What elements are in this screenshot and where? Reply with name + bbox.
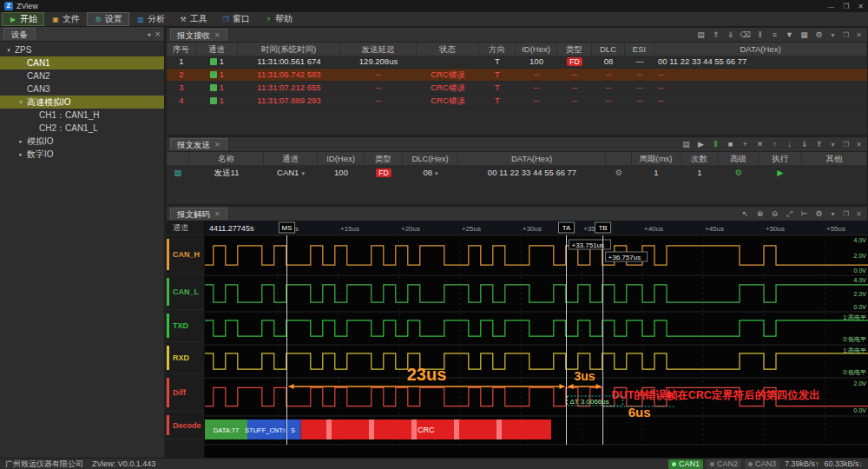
close-button[interactable]: ✕ bbox=[858, 3, 864, 10]
tree-item-CAN1[interactable]: CAN1 bbox=[0, 56, 164, 69]
status-CAN2[interactable]: CAN2 bbox=[707, 459, 741, 469]
menu-analysis[interactable]: ▥分析 bbox=[130, 13, 171, 25]
import-icon[interactable]: ⇓ bbox=[725, 30, 736, 40]
move-up-icon[interactable]: ↑ bbox=[769, 139, 780, 149]
menu-play[interactable]: ▶开始 bbox=[3, 13, 43, 25]
tab-close-icon[interactable]: ✕ bbox=[214, 30, 220, 41]
add-icon[interactable]: + bbox=[740, 139, 751, 149]
col-时间(系统时间)[interactable]: 时间(系统时间) bbox=[238, 43, 340, 56]
panel-close-icon[interactable]: ✕ bbox=[854, 31, 864, 39]
columns-icon[interactable]: ▦ bbox=[799, 30, 810, 40]
channel-label-Diff[interactable]: Diff bbox=[167, 374, 204, 412]
tab-decode[interactable]: 报文解码 ✕ bbox=[170, 208, 227, 220]
tree-item-模拟IO[interactable]: ▸模拟IO bbox=[0, 135, 164, 148]
channel-select[interactable]: CAN1▾ bbox=[264, 165, 318, 180]
play-all-icon[interactable]: ▶ bbox=[695, 139, 707, 149]
tree-item-CH2：CAN1_L[interactable]: CH2：CAN1_L bbox=[0, 122, 164, 135]
col-方向[interactable]: 方向 bbox=[479, 43, 516, 56]
advanced-gear-icon[interactable]: ⚙ bbox=[719, 165, 759, 180]
col-发送延迟[interactable]: 发送延迟 bbox=[340, 43, 417, 56]
channel-label-TXD[interactable]: TXD bbox=[167, 310, 204, 342]
col-类型[interactable]: 类型 bbox=[365, 152, 403, 165]
list-icon[interactable]: ▤ bbox=[681, 139, 692, 149]
expander-icon[interactable]: ▸ bbox=[17, 148, 24, 161]
panel-float-icon[interactable]: ❐ bbox=[841, 141, 851, 149]
pin-icon[interactable]: ◂ bbox=[147, 30, 150, 38]
channel-label-CAN_H[interactable]: CAN_H bbox=[167, 235, 204, 274]
zoom-in-icon[interactable]: ⊕ bbox=[754, 208, 766, 219]
receive-row-1[interactable]: 1111:31:00.561 674129.208usT100FD08—00 1… bbox=[167, 56, 867, 69]
menu-file[interactable]: ▣文件 bbox=[45, 13, 86, 25]
col-DATA(Hex)[interactable]: DATA(Hex) bbox=[458, 152, 606, 165]
fit-icon[interactable]: ⤢ bbox=[784, 208, 795, 219]
tree-item-CH1：CAN1_H[interactable]: CH1：CAN1_H bbox=[0, 109, 164, 122]
run-play-icon[interactable]: ▶ bbox=[759, 165, 802, 180]
col-ID(Hex)[interactable]: ID(Hex) bbox=[318, 152, 365, 165]
move-down-icon[interactable]: ↓ bbox=[784, 139, 795, 149]
col-DATA(Hex)[interactable]: DATA(Hex) bbox=[654, 43, 867, 56]
receive-row-3[interactable]: 3111:31:07.212 655--CRC错误T---------- bbox=[167, 82, 867, 95]
message-icon[interactable]: ▤ bbox=[167, 165, 189, 180]
measure-icon[interactable]: ⊢ bbox=[799, 208, 810, 219]
remove-icon[interactable]: ✕ bbox=[754, 139, 766, 149]
col-周期(ms)[interactable]: 周期(ms) bbox=[632, 152, 681, 165]
expander-icon[interactable]: ▾ bbox=[5, 43, 12, 56]
export-icon[interactable]: ⇑ bbox=[813, 139, 825, 149]
minimize-button[interactable]: — bbox=[827, 3, 834, 10]
settings-icon[interactable]: ⚙ bbox=[813, 208, 825, 219]
col-执行[interactable]: 执行 bbox=[759, 152, 802, 165]
waveform-plot[interactable]: +10us+15us+20us+25us+30us+35us+40us+45us… bbox=[205, 221, 868, 459]
tree-item-高速模拟IO[interactable]: ▾高速模拟IO bbox=[0, 96, 164, 109]
scroll-lock-icon[interactable]: ≡ bbox=[769, 30, 780, 40]
export-icon[interactable]: ⇑ bbox=[710, 30, 721, 40]
clear-icon[interactable]: ⌫ bbox=[740, 30, 751, 40]
stop-all-icon[interactable]: ■ bbox=[725, 139, 736, 149]
col-通道[interactable]: 通道 bbox=[196, 43, 238, 56]
col-状态[interactable]: 状态 bbox=[417, 43, 479, 56]
channel-label-RXD[interactable]: RXD bbox=[167, 342, 204, 374]
status-CAN1[interactable]: CAN1 bbox=[668, 459, 703, 469]
panel-close-icon[interactable]: ✕ bbox=[854, 141, 864, 149]
col-ESI[interactable]: ESI bbox=[625, 43, 654, 56]
col-其他[interactable]: 其他 bbox=[802, 152, 867, 165]
col-ID(Hex)[interactable]: ID(Hex) bbox=[516, 43, 557, 56]
close-icon[interactable]: ✕ bbox=[155, 30, 161, 38]
maximize-button[interactable]: ❐ bbox=[843, 3, 849, 10]
settings-icon[interactable]: ⚙ bbox=[813, 30, 825, 40]
import-icon[interactable]: ⇓ bbox=[799, 139, 810, 149]
tree-item-ZPS[interactable]: ▾ZPS bbox=[0, 43, 164, 56]
filter-icon[interactable]: ▼ bbox=[784, 30, 795, 40]
menu-settings[interactable]: ⚙设置 bbox=[88, 13, 128, 25]
col-类型[interactable]: 类型 bbox=[557, 43, 592, 56]
receive-row-4[interactable]: 4111:31:07.889 293--CRC错误T---------- bbox=[167, 95, 867, 108]
panel-menu-icon[interactable]: ▾ bbox=[828, 141, 838, 149]
menu-tools[interactable]: ⚒工具 bbox=[173, 13, 214, 25]
col-通道[interactable]: 通道 bbox=[264, 152, 318, 165]
menu-window[interactable]: ❐窗口 bbox=[215, 13, 256, 25]
col-DLC(Hex)[interactable]: DLC(Hex) bbox=[403, 152, 458, 165]
config-icon[interactable]: ⚙ bbox=[606, 165, 632, 180]
receive-row-2[interactable]: 2111:31:06.742 583--CRC错误T---------- bbox=[167, 69, 867, 82]
col-序号[interactable]: 序号 bbox=[167, 43, 196, 56]
col-次数[interactable]: 次数 bbox=[681, 152, 719, 165]
tab-send[interactable]: 报文发送 ✕ bbox=[170, 138, 227, 150]
channel-label-Decode[interactable]: Decode bbox=[167, 412, 204, 439]
send-row[interactable]: ▤发送11CAN1▾100FD08▾00 11 22 33 44 55 66 7… bbox=[167, 165, 867, 180]
tab-close-icon[interactable]: ✕ bbox=[214, 208, 220, 220]
save-icon[interactable]: ▤ bbox=[695, 30, 707, 40]
panel-close-icon[interactable]: ✕ bbox=[854, 210, 864, 218]
tab-receive[interactable]: 报文接收 ✕ bbox=[170, 29, 227, 41]
panel-float-icon[interactable]: ❐ bbox=[841, 31, 851, 39]
tree-item-CAN3[interactable]: CAN3 bbox=[0, 83, 164, 96]
channel-label-CAN_L[interactable]: CAN_L bbox=[167, 274, 204, 310]
zoom-out-icon[interactable]: ⊖ bbox=[769, 208, 780, 219]
tab-close-icon[interactable]: ✕ bbox=[214, 139, 220, 150]
col-名称[interactable]: 名称 bbox=[189, 152, 264, 165]
expander-icon[interactable]: ▸ bbox=[17, 135, 24, 148]
pause-all-icon[interactable]: ‖ bbox=[710, 139, 721, 149]
status-CAN3[interactable]: CAN3 bbox=[745, 459, 779, 469]
dlc-select[interactable]: 08▾ bbox=[403, 165, 458, 180]
col-高级[interactable]: 高级 bbox=[719, 152, 759, 165]
tree-item-CAN2[interactable]: CAN2 bbox=[0, 69, 164, 83]
panel-menu-icon[interactable]: ▾ bbox=[828, 31, 838, 39]
